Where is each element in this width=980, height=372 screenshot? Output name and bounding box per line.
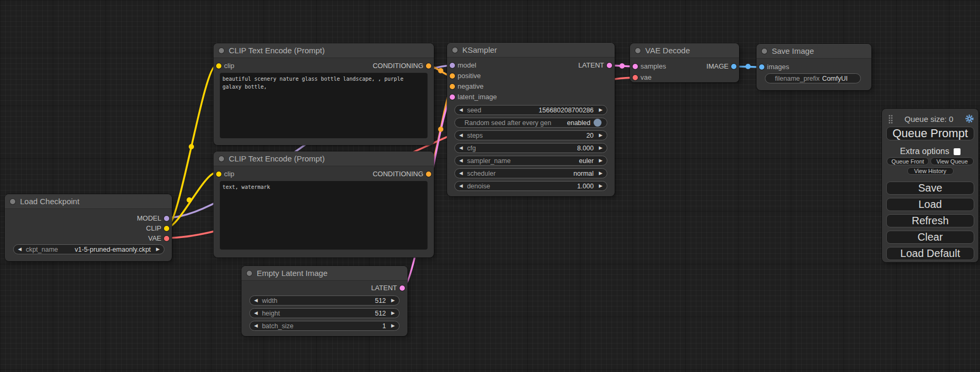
decrement-arrow-icon[interactable]: ◀: [459, 108, 463, 112]
ckpt-name-widget[interactable]: ◀ ckpt_name v1-5-pruned-emaonly.ckpt ▶: [13, 244, 164, 254]
decrement-arrow-icon[interactable]: ◀: [459, 146, 463, 150]
filename-prefix-widget[interactable]: filename_prefix ComfyUI: [765, 73, 861, 83]
node-load-checkpoint[interactable]: Load Checkpoint MODEL CLIP VAE ◀ ckpt_na…: [5, 194, 172, 261]
prompt-textarea[interactable]: text, watermark: [220, 181, 428, 250]
images-input-port[interactable]: [759, 64, 764, 70]
increment-arrow-icon[interactable]: ▶: [599, 171, 603, 176]
prompt-textarea[interactable]: beautiful scenery nature glass bottle la…: [220, 73, 428, 138]
widget-value[interactable]: 1.000: [490, 183, 594, 190]
widget-value[interactable]: v1-5-pruned-emaonly.ckpt: [58, 246, 151, 253]
widget-value[interactable]: enabled: [551, 119, 590, 127]
node-save-image[interactable]: Save Image images filename_prefix ComfyU…: [756, 44, 871, 90]
increment-arrow-icon[interactable]: ▶: [599, 133, 603, 138]
decrement-arrow-icon[interactable]: ◀: [18, 247, 22, 252]
vae-input-port[interactable]: [633, 75, 638, 80]
widget-value[interactable]: euler: [511, 157, 594, 165]
queue-front-button[interactable]: Queue Front: [887, 157, 929, 165]
increment-arrow-icon[interactable]: ▶: [391, 311, 395, 316]
collapse-dot-icon[interactable]: [219, 156, 224, 161]
widget-value[interactable]: 512: [280, 310, 386, 317]
increment-arrow-icon[interactable]: ▶: [391, 323, 395, 328]
extra-options-checkbox[interactable]: [954, 148, 960, 155]
image-output-port[interactable]: [731, 64, 736, 69]
widget-value[interactable]: 1: [294, 322, 386, 330]
seed-widget[interactable]: ◀ seed 156680208700286 ▶: [454, 105, 607, 115]
decrement-arrow-icon[interactable]: ◀: [254, 298, 258, 303]
save-button[interactable]: Save: [886, 182, 974, 195]
widget-value[interactable]: 156680208700286: [481, 107, 594, 114]
denoise-widget[interactable]: ◀ denoise 1.000 ▶: [454, 181, 607, 191]
increment-arrow-icon[interactable]: ▶: [599, 184, 603, 188]
increment-arrow-icon[interactable]: ▶: [391, 298, 395, 303]
collapse-dot-icon[interactable]: [247, 271, 252, 276]
node-empty-latent-image[interactable]: Empty Latent Image LATENT ◀ width 512 ▶ …: [241, 266, 407, 336]
increment-arrow-icon[interactable]: ▶: [599, 108, 603, 112]
latent-output-port[interactable]: [607, 63, 612, 68]
scheduler-widget[interactable]: ◀ scheduler normal ▶: [454, 168, 607, 178]
batch-size-widget[interactable]: ◀ batch_size 1 ▶: [249, 321, 400, 331]
decrement-arrow-icon[interactable]: ◀: [254, 323, 258, 328]
clear-button[interactable]: Clear: [886, 231, 974, 244]
node-ksampler[interactable]: KSampler model LATENT positive negative …: [447, 43, 615, 196]
node-clip-text-encode-positive[interactable]: CLIP Text Encode (Prompt) clip CONDITION…: [214, 43, 434, 145]
node-vae-decode[interactable]: VAE Decode samples IMAGE vae: [630, 43, 739, 82]
widget-value[interactable]: 512: [277, 297, 386, 304]
load-button[interactable]: Load: [886, 198, 974, 211]
conditioning-output-port[interactable]: [426, 171, 431, 177]
refresh-button[interactable]: Refresh: [886, 214, 974, 227]
link-midpoint-dot: [438, 68, 443, 73]
load-default-button[interactable]: Load Default: [886, 247, 974, 260]
node-titlebar[interactable]: CLIP Text Encode (Prompt): [214, 43, 434, 58]
collapse-dot-icon[interactable]: [452, 47, 458, 53]
increment-arrow-icon[interactable]: ▶: [599, 146, 603, 150]
decrement-arrow-icon[interactable]: ◀: [459, 133, 463, 138]
decrement-arrow-icon[interactable]: ◀: [459, 184, 463, 188]
increment-arrow-icon[interactable]: ▶: [599, 158, 603, 163]
widget-value[interactable]: normal: [496, 170, 594, 177]
latent-output-port[interactable]: [400, 285, 405, 291]
collapse-dot-icon[interactable]: [762, 49, 767, 54]
cfg-widget[interactable]: ◀ cfg 8.000 ▶: [454, 143, 607, 153]
collapse-dot-icon[interactable]: [10, 199, 15, 204]
vae-output-port[interactable]: [164, 236, 169, 241]
clip-input-port[interactable]: [216, 171, 221, 177]
view-queue-button[interactable]: View Queue: [930, 157, 974, 165]
node-title: CLIP Text Encode (Prompt): [229, 46, 325, 55]
steps-widget[interactable]: ◀ steps 20 ▶: [454, 130, 607, 140]
settings-gear-icon[interactable]: [965, 114, 974, 123]
width-widget[interactable]: ◀ width 512 ▶: [249, 295, 400, 306]
widget-value[interactable]: 8.000: [476, 145, 594, 152]
node-titlebar[interactable]: VAE Decode: [630, 43, 739, 58]
decrement-arrow-icon[interactable]: ◀: [459, 158, 463, 163]
decrement-arrow-icon[interactable]: ◀: [459, 171, 463, 176]
latent-image-input-port[interactable]: [450, 94, 455, 100]
clip-output-port[interactable]: [164, 226, 169, 231]
view-history-button[interactable]: View History: [907, 167, 954, 175]
node-graph-canvas[interactable]: Load Checkpoint MODEL CLIP VAE ◀ ckpt_na…: [0, 0, 980, 372]
model-output-port[interactable]: [164, 216, 169, 221]
queue-prompt-button[interactable]: Queue Prompt: [886, 127, 974, 140]
sampler-name-widget[interactable]: ◀ sampler_name euler ▶: [454, 156, 607, 166]
node-titlebar[interactable]: CLIP Text Encode (Prompt): [214, 151, 434, 166]
increment-arrow-icon[interactable]: ▶: [156, 247, 160, 252]
conditioning-output-port[interactable]: [426, 63, 431, 69]
negative-input-port[interactable]: [450, 84, 455, 89]
node-titlebar[interactable]: Save Image: [756, 44, 871, 59]
widget-value[interactable]: ComfyUI: [820, 75, 848, 82]
random-seed-toggle[interactable]: [594, 119, 601, 127]
decrement-arrow-icon[interactable]: ◀: [254, 311, 258, 316]
panel-drag-handle-icon[interactable]: [888, 115, 893, 123]
samples-input-port[interactable]: [633, 64, 638, 69]
clip-input-port[interactable]: [216, 63, 221, 69]
collapse-dot-icon[interactable]: [635, 48, 641, 53]
model-input-port[interactable]: [450, 63, 455, 68]
node-titlebar[interactable]: Load Checkpoint: [5, 194, 172, 209]
widget-value[interactable]: 20: [483, 132, 594, 139]
positive-input-port[interactable]: [450, 73, 455, 79]
node-clip-text-encode-negative[interactable]: CLIP Text Encode (Prompt) clip CONDITION…: [214, 151, 434, 257]
node-titlebar[interactable]: Empty Latent Image: [241, 266, 407, 281]
node-titlebar[interactable]: KSampler: [447, 43, 615, 58]
height-widget[interactable]: ◀ height 512 ▶: [249, 308, 400, 318]
collapse-dot-icon[interactable]: [219, 48, 224, 53]
random-seed-widget[interactable]: Random seed after every gen enabled: [454, 118, 607, 128]
